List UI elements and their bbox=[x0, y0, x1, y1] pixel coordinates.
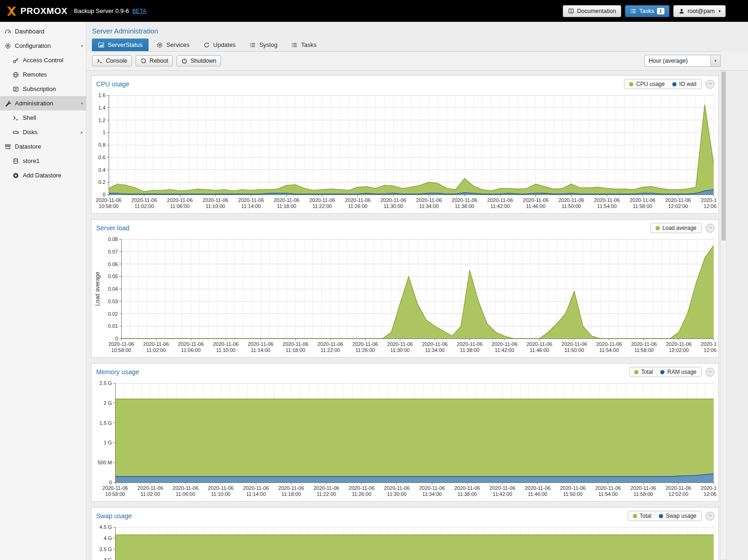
legend-label: CPU usage bbox=[636, 81, 664, 87]
sidebar-item-remotes[interactable]: Remotes bbox=[0, 67, 86, 82]
legend-item[interactable]: Total bbox=[633, 513, 651, 519]
sidebar-item-label: Remotes bbox=[23, 71, 47, 78]
svg-text:11:54:00: 11:54:00 bbox=[598, 491, 618, 497]
svg-text:11:42:00: 11:42:00 bbox=[490, 203, 510, 209]
terminal-icon bbox=[97, 58, 103, 64]
svg-text:11:06:00: 11:06:00 bbox=[170, 203, 189, 209]
header-actions: Documentation Tasks 1 root@pam ▾ bbox=[563, 5, 726, 17]
svg-text:0.04: 0.04 bbox=[108, 286, 118, 292]
sidebar-item-label: Subscription bbox=[23, 85, 56, 92]
sidebar-item-label: Datastore bbox=[15, 143, 41, 150]
timeframe-select[interactable]: Hour (average) ▾ bbox=[644, 55, 721, 67]
legend-item[interactable]: RAM usage bbox=[660, 369, 696, 375]
app-header: PROXMOX Backup Server 0.9-6 BETA Documen… bbox=[0, 0, 748, 22]
svg-text:11:58:00: 11:58:00 bbox=[633, 203, 652, 209]
panel-title: Swap usage bbox=[96, 512, 132, 520]
panel-collapse-button[interactable]: − bbox=[706, 512, 715, 521]
svg-text:11:14:00: 11:14:00 bbox=[241, 203, 261, 209]
sidebar-item-subscription[interactable]: Subscription bbox=[0, 82, 86, 96]
sidebar-item-add-datastore[interactable]: Add Datastore bbox=[0, 168, 86, 182]
svg-text:2020-11-06: 2020-11-06 bbox=[665, 485, 691, 491]
svg-text:2020-11-06: 2020-11-06 bbox=[631, 341, 657, 347]
svg-text:10:58:00: 10:58:00 bbox=[111, 347, 131, 353]
svg-text:2020-11-06: 2020-11-06 bbox=[665, 197, 691, 203]
chevron-down-icon: ▾ bbox=[718, 9, 721, 13]
legend-item[interactable]: Total bbox=[634, 369, 653, 375]
shutdown-button[interactable]: Shutdown bbox=[176, 55, 221, 66]
svg-text:0.02: 0.02 bbox=[108, 311, 118, 317]
sidebar-item-datastore[interactable]: Datastore bbox=[0, 139, 86, 154]
reboot-icon bbox=[140, 58, 147, 64]
sidebar-item-access-control[interactable]: Access Control bbox=[0, 53, 86, 67]
tab-tasks[interactable]: Tasks bbox=[285, 39, 322, 51]
panel-collapse-button[interactable]: − bbox=[706, 80, 715, 89]
sidebar-item-shell[interactable]: Shell bbox=[0, 111, 86, 125]
sidebar-item-administration[interactable]: Administration ▾ bbox=[0, 96, 86, 111]
tab-services[interactable]: Services bbox=[150, 39, 195, 51]
legend-item[interactable]: Load average bbox=[656, 225, 696, 231]
tachometer-icon bbox=[5, 28, 11, 35]
svg-text:11:06:00: 11:06:00 bbox=[176, 491, 195, 497]
vertical-scrollbar[interactable] bbox=[721, 71, 727, 560]
svg-text:1.2: 1.2 bbox=[98, 117, 105, 123]
sidebar-item-disks[interactable]: Disks ▸ bbox=[0, 125, 86, 139]
legend-item[interactable]: CPU usage bbox=[629, 81, 664, 87]
chart-panels: CPU usage CPU usageIO wait − 00.20.40.60… bbox=[86, 71, 719, 560]
sidebar-item-store1[interactable]: store1 bbox=[0, 154, 86, 168]
svg-text:1 G: 1 G bbox=[104, 440, 112, 445]
svg-text:2020-11-06: 2020-11-06 bbox=[102, 485, 128, 491]
svg-text:2020-11-06: 2020-11-06 bbox=[560, 485, 585, 491]
scrollbar-thumb[interactable] bbox=[722, 72, 726, 241]
svg-text:2 G: 2 G bbox=[104, 400, 112, 406]
tab-updates[interactable]: Updates bbox=[197, 39, 241, 51]
svg-text:3 G: 3 G bbox=[104, 557, 112, 560]
tab-label: Tasks bbox=[301, 41, 316, 48]
swap-usage-panel: Swap usage TotalSwap usage − 0500 M1 G1.… bbox=[91, 507, 719, 560]
console-button[interactable]: Console bbox=[92, 55, 132, 66]
svg-text:11:38:00: 11:38:00 bbox=[455, 203, 474, 209]
legend-item[interactable]: Swap usage bbox=[659, 513, 696, 519]
svg-text:11:10:00: 11:10:00 bbox=[206, 203, 225, 209]
svg-text:2020-11-06: 2020-11-06 bbox=[666, 341, 691, 347]
svg-text:2020-11-06: 2020-11-06 bbox=[701, 197, 716, 203]
sidebar-item-label: Disks bbox=[23, 129, 38, 136]
svg-text:11:58:00: 11:58:00 bbox=[634, 347, 654, 353]
svg-text:0.4: 0.4 bbox=[98, 167, 105, 173]
user-menu-button[interactable]: root@pam ▾ bbox=[673, 5, 726, 17]
tab-syslog[interactable]: Syslog bbox=[243, 39, 283, 51]
tab-serverstatus[interactable]: ServerStatus bbox=[92, 39, 149, 51]
sidebar-item-configuration[interactable]: Configuration ▾ bbox=[0, 39, 86, 53]
svg-text:11:30:00: 11:30:00 bbox=[387, 491, 407, 497]
svg-text:2020-11-06: 2020-11-06 bbox=[422, 341, 448, 347]
svg-text:2020-11-06: 2020-11-06 bbox=[527, 341, 552, 347]
panel-title: Memory usage bbox=[96, 368, 139, 376]
svg-text:2020-11-06: 2020-11-06 bbox=[701, 485, 716, 491]
product-name: Backup Server 0.9-6 bbox=[74, 7, 129, 14]
svg-text:2020-11-06: 2020-11-06 bbox=[143, 341, 169, 347]
documentation-button[interactable]: Documentation bbox=[563, 5, 621, 17]
svg-text:0.01: 0.01 bbox=[108, 323, 118, 329]
svg-text:11:30:00: 11:30:00 bbox=[390, 347, 410, 353]
sidebar-item-dashboard[interactable]: Dashboard bbox=[0, 24, 86, 39]
tab-label: ServerStatus bbox=[108, 41, 143, 48]
beta-link[interactable]: BETA bbox=[132, 8, 146, 14]
proxmox-logo-icon bbox=[6, 5, 18, 17]
tasks-button[interactable]: Tasks 1 bbox=[625, 5, 670, 17]
svg-text:2020-11-06: 2020-11-06 bbox=[561, 341, 587, 347]
panel-collapse-button[interactable]: − bbox=[706, 368, 715, 377]
user-label: root@pam bbox=[688, 8, 715, 14]
svg-text:10:58:00: 10:58:00 bbox=[105, 491, 125, 497]
svg-text:2020-11-06: 2020-11-06 bbox=[178, 341, 203, 347]
svg-text:2020-11-06: 2020-11-06 bbox=[380, 197, 406, 203]
reboot-button[interactable]: Reboot bbox=[136, 55, 173, 66]
svg-text:11:42:00: 11:42:00 bbox=[495, 347, 514, 353]
panel-title: CPU usage bbox=[96, 80, 130, 88]
legend-item[interactable]: IO wait bbox=[672, 81, 696, 87]
svg-text:0.8: 0.8 bbox=[98, 142, 105, 148]
legend-label: IO wait bbox=[679, 81, 696, 87]
panel-collapse-button[interactable]: − bbox=[706, 224, 715, 233]
svg-text:2020-11-06: 2020-11-06 bbox=[313, 485, 339, 491]
toolbar-button-label: Reboot bbox=[150, 58, 168, 64]
svg-text:12:02:00: 12:02:00 bbox=[668, 203, 688, 209]
tasks-icon bbox=[630, 8, 637, 14]
